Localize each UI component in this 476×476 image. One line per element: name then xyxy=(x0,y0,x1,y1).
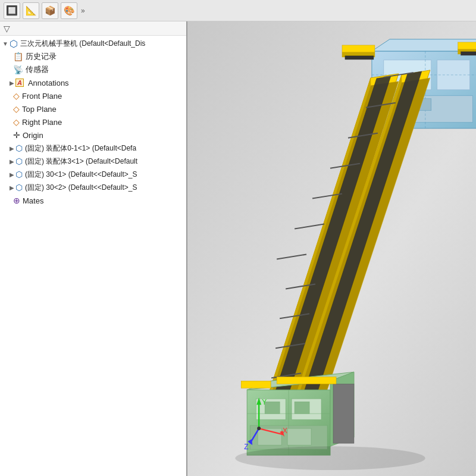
asm0-icon: ⬡ xyxy=(15,143,23,153)
svg-text:Z: Z xyxy=(244,443,248,451)
svg-rect-52 xyxy=(277,377,336,384)
viewport-background: Y X Z xyxy=(187,21,476,476)
tree-mates-label: Mates xyxy=(23,196,43,205)
tree-item-front-plane[interactable]: ◇ Front Plane xyxy=(0,89,186,102)
render-toolbar-btn[interactable]: 🎨 xyxy=(61,2,77,19)
tree-item-30-2[interactable]: ▶ ⬡ (固定) 30<2> (Default<<Default>_S xyxy=(0,181,186,194)
svg-rect-51 xyxy=(241,381,271,388)
30-1-icon: ⬡ xyxy=(15,170,23,179)
tree-item-history[interactable]: 📋 历史记录 xyxy=(0,50,186,63)
filter-bar: ▽ xyxy=(0,21,186,36)
history-icon: 📋 xyxy=(13,52,23,61)
svg-rect-49 xyxy=(295,402,309,414)
tree-top-plane-label: Top Plane xyxy=(22,105,57,114)
toolbar: 🔲 📐 📦 🎨 » xyxy=(0,0,476,21)
svg-point-63 xyxy=(235,446,425,470)
tree-asm0-label: (固定) 装配体0-1<1> (Default<Defa xyxy=(25,143,136,154)
30-2-expand-arrow: ▶ xyxy=(10,184,14,191)
mates-icon: ⊕ xyxy=(13,196,20,205)
svg-rect-47 xyxy=(287,428,311,445)
tree-30-2-label: (固定) 30<2> (Default<<Default>_S xyxy=(25,183,137,193)
3d-viewport[interactable]: Y X Z xyxy=(187,21,476,476)
tree-item-asm0-1[interactable]: ▶ ⬡ (固定) 装配体0-1<1> (Default<Defa xyxy=(0,142,186,155)
tree-item-top-plane[interactable]: ◇ Top Plane xyxy=(0,102,186,115)
feature-tree-panel: ▽ ▼ ⬡ 三次元机械手整机 (Default<Default_Dis 📋 历史… xyxy=(0,21,187,476)
assembly-icon: ⬡ xyxy=(10,38,18,49)
tree-30-1-label: (固定) 30<1> (Default<<Default>_S xyxy=(25,170,137,180)
30-1-expand-arrow: ▶ xyxy=(10,171,14,178)
filter-icon: ▽ xyxy=(4,24,10,33)
tree-annotations-label: Annotations xyxy=(28,79,69,87)
svg-text:X: X xyxy=(283,427,287,435)
render-icon: 🎨 xyxy=(64,5,75,16)
asm3-icon: ⬡ xyxy=(15,156,23,166)
tree-item-mates[interactable]: ⊕ Mates xyxy=(0,194,186,207)
svg-rect-9 xyxy=(458,42,476,49)
origin-icon: ✛ xyxy=(13,130,20,140)
tree-root-item[interactable]: ▼ ⬡ 三次元机械手整机 (Default<Default_Dis xyxy=(0,37,186,50)
sketch-toolbar-btn[interactable]: 📐 xyxy=(23,2,39,19)
sensor-icon: 📡 xyxy=(13,65,23,74)
top-plane-icon: ◇ xyxy=(13,104,20,114)
tree-right-plane-label: Right Plane xyxy=(22,118,62,127)
tree-origin-label: Origin xyxy=(23,131,43,140)
30-2-icon: ⬡ xyxy=(15,183,23,192)
tree-root-label: 三次元机械手整机 (Default<Default_Dis xyxy=(20,39,145,49)
annotations-icon: A xyxy=(15,79,24,87)
root-expand-arrow: ▼ xyxy=(2,40,8,47)
annotations-expand-arrow: ▶ xyxy=(10,80,14,86)
main-area: ▽ ▼ ⬡ 三次元机械手整机 (Default<Default_Dis 📋 历史… xyxy=(0,21,476,476)
front-plane-icon: ◇ xyxy=(13,91,20,101)
tree-sensor-label: 传感器 xyxy=(26,64,49,75)
sketch-icon: 📐 xyxy=(26,5,37,16)
svg-rect-48 xyxy=(265,402,280,414)
part-toolbar-btn[interactable]: 📦 xyxy=(42,2,58,19)
feature-tree[interactable]: ▼ ⬡ 三次元机械手整机 (Default<Default_Dis 📋 历史记录… xyxy=(0,36,186,476)
toolbar-more[interactable]: » xyxy=(81,7,85,15)
3d-model-svg: Y X Z xyxy=(187,21,476,476)
right-plane-icon: ◇ xyxy=(13,117,20,127)
tree-item-annotations[interactable]: ▶ A Annotations xyxy=(0,76,186,89)
svg-rect-12 xyxy=(461,52,476,55)
tree-item-asm3-1[interactable]: ▶ ⬡ (固定) 装配体3<1> (Default<Default xyxy=(0,155,186,168)
tree-history-label: 历史记录 xyxy=(26,51,57,62)
tree-item-sensor[interactable]: 📡 传感器 xyxy=(0,63,186,76)
asm3-expand-arrow: ▶ xyxy=(10,158,14,165)
svg-rect-7 xyxy=(342,45,375,52)
tree-item-right-plane[interactable]: ◇ Right Plane xyxy=(0,115,186,129)
tree-front-plane-label: Front Plane xyxy=(22,92,62,101)
tree-item-origin[interactable]: ✛ Origin xyxy=(0,129,186,142)
svg-rect-50 xyxy=(333,384,354,443)
tree-item-30-1[interactable]: ▶ ⬡ (固定) 30<1> (Default<<Default>_S xyxy=(0,168,186,181)
part-icon: 📦 xyxy=(45,5,56,16)
asm0-expand-arrow: ▶ xyxy=(10,145,14,152)
tree-asm3-label: (固定) 装配体3<1> (Default<Default xyxy=(25,156,137,167)
assembly-toolbar-btn[interactable]: 🔲 xyxy=(4,2,20,19)
svg-point-62 xyxy=(257,427,261,430)
svg-rect-11 xyxy=(345,56,374,60)
svg-text:Y: Y xyxy=(262,398,267,406)
assembly-icon: 🔲 xyxy=(6,5,18,16)
